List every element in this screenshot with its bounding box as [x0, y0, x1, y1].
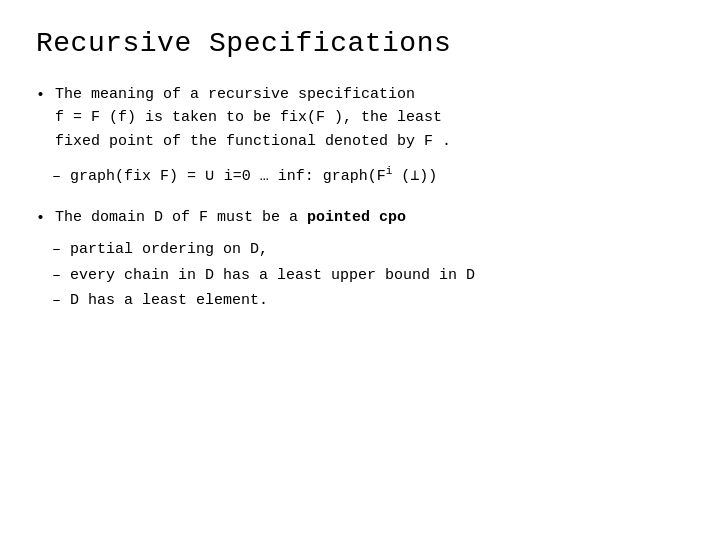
- dash-line-3: – D has a least element.: [52, 289, 684, 312]
- dash-2-text: – every chain in D has a least upper bou…: [52, 264, 475, 287]
- content-area: • The meaning of a recursive specificati…: [36, 83, 684, 312]
- bullet-2-header: • The domain D of F must be a pointed cp…: [36, 206, 684, 230]
- formula-text: – graph(fix F) = ∪ i=0 … inf: graph(Fi (…: [52, 168, 437, 185]
- bullet-1-line3: fixed point of the functional denoted by…: [55, 130, 684, 153]
- dash-line-2: – every chain in D has a least upper bou…: [52, 264, 684, 287]
- bullet-2-bold-text: pointed cpo: [307, 209, 406, 226]
- bullet-2-details: – partial ordering on D, – every chain i…: [52, 238, 684, 312]
- dash-3-text: – D has a least element.: [52, 289, 268, 312]
- slide-title: Recursive Specifications: [36, 28, 684, 59]
- dash-1-text: – partial ordering on D,: [52, 238, 268, 261]
- bullet-1-text: The meaning of a recursive specification…: [55, 83, 684, 153]
- bullet-2-intro: The domain D of F must be a pointed cpo: [55, 206, 684, 229]
- union-symbol: ∪: [205, 166, 215, 184]
- bullet-1-line1: The meaning of a recursive specification: [55, 83, 684, 106]
- bullet-2-intro-text: The domain D of F must be a: [55, 209, 298, 226]
- bullet-1-section: • The meaning of a recursive specificati…: [36, 83, 684, 153]
- bullet-1-marker: •: [36, 84, 45, 107]
- bullet-1-line2: f = F (f) is taken to be fix(F ), the le…: [55, 106, 684, 129]
- dash-line-1: – partial ordering on D,: [52, 238, 684, 261]
- slide: Recursive Specifications • The meaning o…: [0, 0, 720, 540]
- bullet-2-marker: •: [36, 207, 45, 230]
- formula-line: – graph(fix F) = ∪ i=0 … inf: graph(Fi (…: [52, 163, 684, 188]
- bullet-2-section: • The domain D of F must be a pointed cp…: [36, 206, 684, 312]
- formula-superscript: i: [386, 165, 393, 177]
